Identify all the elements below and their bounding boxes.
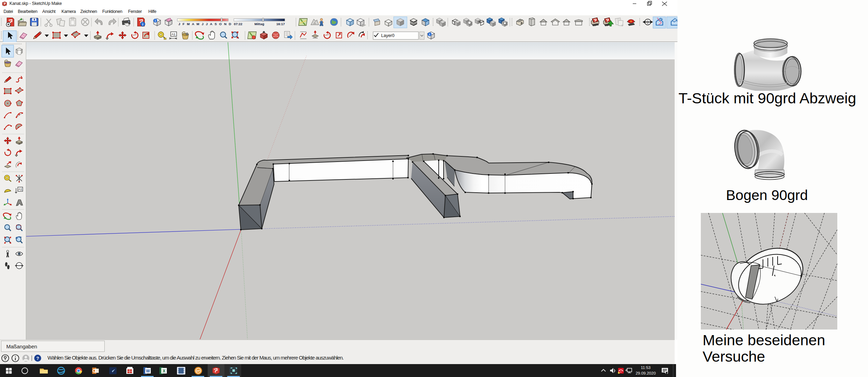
svg-text:16:17: 16:17 [276,22,285,26]
svg-text:A1: A1 [171,32,175,36]
svg-text:SIP: SIP [196,370,200,372]
svg-text:W: W [146,369,150,374]
svg-text:AC: AC [647,23,649,24]
svg-text:J F M A M J J A S O N D: J F M A M J J A S O N D [178,22,232,26]
svg-text:?: ? [36,356,39,361]
svg-text:07:22: 07:22 [234,22,242,26]
svg-text:Layer0: Layer0 [381,33,394,38]
svg-text:C: C [647,20,648,22]
svg-text:A1: A1 [18,187,22,191]
svg-text:X: X [163,369,165,374]
svg-text:Mittag: Mittag [254,22,264,26]
